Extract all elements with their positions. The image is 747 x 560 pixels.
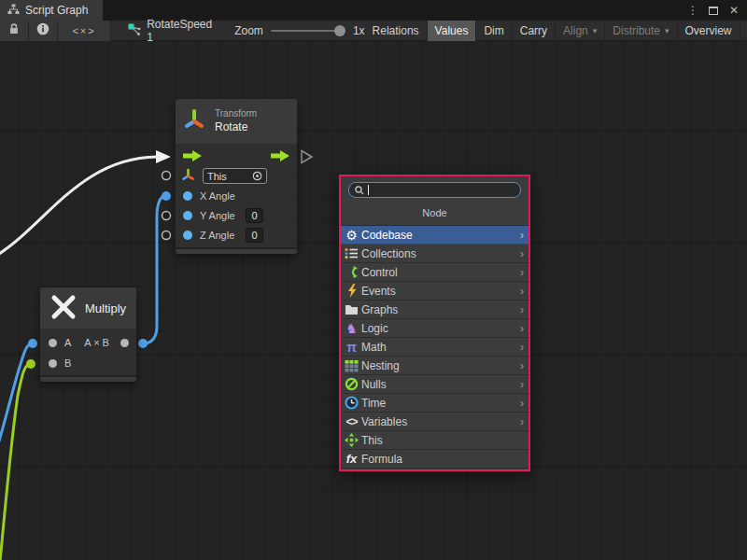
control-icon [344,265,359,280]
finder-item-label: Formula [361,453,402,466]
multiply-b-label: B [64,357,71,369]
search-input[interactable] [348,182,521,198]
y-angle-port-dot[interactable] [183,211,192,220]
node-title: Rotate [215,120,257,134]
search-icon [354,185,365,196]
finder-item-nesting[interactable]: Nesting › [341,357,529,375]
finder-item-events[interactable]: Events › [341,282,529,301]
this-object-field[interactable]: This [203,168,267,184]
finder-item-formula[interactable]: fx Formula [341,450,529,469]
node-rotate[interactable]: Transform Rotate [176,99,297,254]
port-z-angle-empty[interactable] [162,231,171,240]
wire-flow-input[interactable] [0,157,157,256]
object-picker-icon[interactable] [252,171,262,181]
knight-icon: ♞ [344,321,359,336]
flow-connection-arrow-icon [156,150,171,163]
dim-button[interactable]: Dim [476,21,512,41]
finder-item-label: Graphs [361,303,398,316]
align-button[interactable]: Align▾ [556,21,605,41]
chevron-right-icon: › [520,302,524,316]
fuzzy-finder-popup: Node ⚙ Codebase › Collections › Control … [339,175,530,471]
overview-button[interactable]: Overview [678,21,740,41]
finder-item-math[interactable]: π Math › [341,338,529,357]
finder-item-label: Control [361,266,398,279]
graph-hierarchy-icon [7,4,20,18]
finder-item-label: Collections [361,247,416,260]
port-x-angle-connected[interactable] [162,191,171,201]
chevron-right-icon: › [520,377,524,391]
wire-into-multiply-a[interactable] [0,343,33,444]
finder-list: ⚙ Codebase › Collections › Control › Eve… [341,225,529,469]
port-multiply-b-connected[interactable] [26,359,35,369]
transform-axes-mini-icon [181,168,195,184]
close-icon[interactable]: ✕ [726,3,741,18]
rotate-node-header[interactable]: Transform Rotate [176,99,297,144]
folder-icon [344,302,359,317]
finder-item-variables[interactable]: <> Variables › [341,413,529,431]
zoom-slider[interactable] [271,30,345,32]
multiply-a-port-dot[interactable] [49,339,57,347]
values-button[interactable]: Values [428,21,477,41]
finder-item-label: Time [361,397,386,410]
y-angle-label: Y Angle [200,210,238,221]
relations-button[interactable]: Relations [365,21,428,41]
code-preview-button[interactable]: <×> [58,21,111,41]
graph-canvas[interactable]: Transform Rotate [0,41,747,560]
finder-item-time[interactable]: Time › [341,394,529,413]
zoom-slider-handle[interactable] [334,25,345,36]
text-cursor [368,185,369,195]
menu-kebab-icon[interactable]: ⋮ [685,3,700,18]
flow-output-arrow-icon[interactable] [271,150,289,163]
port-multiply-a-connected[interactable] [28,339,37,348]
multiply-b-port-dot[interactable] [49,359,57,368]
multiply-output-port-dot[interactable] [120,339,129,347]
lock-icon [7,22,21,38]
clock-icon [344,396,359,411]
finder-item-collections[interactable]: Collections › [341,245,529,263]
fullscreen-button[interactable]: Full Screen [740,21,747,41]
transform-axes-icon [183,108,205,134]
finder-item-control[interactable]: Control › [341,263,529,282]
x-angle-label: X Angle [200,190,235,202]
finder-item-this[interactable]: This [341,431,529,450]
wire-into-multiply-b[interactable] [0,364,31,560]
node-title: Multiply [85,301,126,315]
list-icon [344,246,359,261]
multiply-x-icon [49,293,78,323]
maximize-icon[interactable] [706,3,721,18]
port-y-angle-empty[interactable] [162,212,171,220]
this-icon [344,433,359,448]
this-port-row: This [176,166,297,186]
carry-button[interactable]: Carry [513,21,556,41]
port-multiply-output-connected[interactable] [138,339,148,348]
breadcrumb[interactable]: RotateSpeed 1 [128,18,212,44]
finder-item-graphs[interactable]: Graphs › [341,301,529,319]
zoom-label: Zoom [234,24,263,37]
zoom-value: 1x [353,24,365,37]
tab-label: Script Graph [25,4,88,17]
finder-item-codebase[interactable]: ⚙ Codebase › [341,226,529,245]
z-angle-value-field[interactable]: 0 [246,228,263,243]
flow-input-arrow-icon[interactable] [183,150,202,163]
y-angle-port-row: Y Angle 0 [176,205,297,225]
chevron-right-icon: › [520,228,524,242]
node-multiply[interactable]: Multiply A A × B B [40,287,136,382]
flow-output-triangle-icon[interactable] [302,151,312,163]
distribute-button[interactable]: Distribute▾ [605,21,677,41]
y-angle-value-field[interactable]: 0 [246,208,263,223]
inspect-button[interactable] [29,21,58,41]
tab-script-graph[interactable]: Script Graph [0,0,103,21]
finder-item-logic[interactable]: ♞ Logic › [341,319,529,338]
chevron-right-icon: › [520,358,524,372]
port-this-empty[interactable] [162,172,171,180]
rotate-node-footer [176,247,297,254]
chevron-right-icon: › [520,284,524,298]
chevron-right-icon: › [520,340,524,354]
multiply-node-header[interactable]: Multiply [40,287,136,329]
lock-button[interactable] [0,21,29,41]
x-angle-port-dot[interactable] [183,191,192,201]
wire-multiply-to-x-angle[interactable] [143,196,165,343]
finder-item-nulls[interactable]: Nulls › [341,375,529,394]
z-angle-port-dot[interactable] [183,231,192,240]
chevron-right-icon: › [520,414,524,428]
